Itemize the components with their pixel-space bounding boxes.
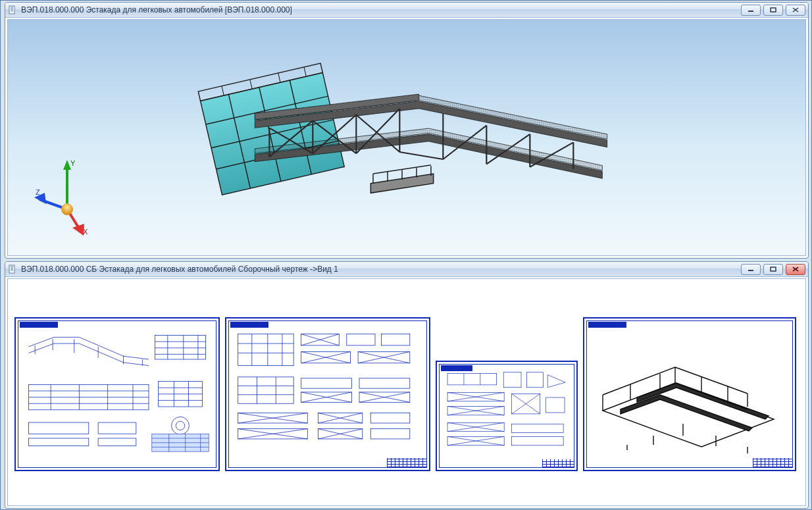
svg-rect-2 <box>771 8 776 12</box>
mdi-child-3d-model: ВЭП.018.000.000 Эстакада для легковых ав… <box>5 2 809 259</box>
minimize-button[interactable] <box>741 264 761 275</box>
document-icon <box>8 5 17 14</box>
maximize-button[interactable] <box>763 5 783 16</box>
drawing-sheet-1[interactable] <box>14 317 220 471</box>
svg-rect-54 <box>512 424 563 432</box>
app-workspace: ВЭП.018.000.000 Эстакада для легковых ав… <box>0 0 812 510</box>
close-button[interactable] <box>786 264 805 275</box>
title-block <box>387 458 426 467</box>
svg-rect-46 <box>447 374 497 385</box>
model-3d-estakada <box>192 46 626 243</box>
title-block <box>753 458 792 467</box>
drawing-sheet-4[interactable] <box>583 317 796 471</box>
axis-y-label: Y <box>70 159 76 167</box>
svg-rect-26 <box>29 422 89 434</box>
svg-rect-48 <box>527 372 544 388</box>
svg-rect-45 <box>370 429 410 439</box>
window-title-3d: ВЭП.018.000.000 Эстакада для легковых ав… <box>21 5 737 14</box>
window-title-drawing: ВЭП.018.000.000 СБ Эстакада для легковых… <box>21 265 737 274</box>
svg-rect-20 <box>771 267 776 271</box>
minimize-button[interactable] <box>741 5 761 16</box>
svg-rect-31 <box>347 334 375 345</box>
mdi-child-drawing: ВЭП.018.000.000 СБ Эстакада для легковых… <box>5 261 809 509</box>
drawing-sheet-3[interactable] <box>436 361 578 471</box>
coordinate-triad-icon: Y Z X <box>34 157 107 236</box>
viewport-3d[interactable]: Y Z X <box>7 19 806 256</box>
titlebar-3d[interactable]: ВЭП.018.000.000 Эстакада для легковых ав… <box>5 3 808 18</box>
svg-rect-35 <box>238 377 293 403</box>
svg-rect-37 <box>359 378 410 388</box>
close-button[interactable] <box>786 5 805 16</box>
svg-rect-29 <box>238 334 293 366</box>
title-block <box>542 459 574 467</box>
svg-rect-27 <box>29 438 89 446</box>
svg-point-25 <box>176 421 184 430</box>
drawing-sheet-2[interactable] <box>225 317 430 471</box>
axis-x-label: X <box>83 228 88 236</box>
svg-rect-55 <box>512 436 563 445</box>
document-icon <box>8 265 17 274</box>
svg-point-9 <box>61 203 73 215</box>
svg-point-24 <box>172 417 190 434</box>
viewport-drawing[interactable] <box>7 278 806 506</box>
titlebar-drawing[interactable]: ВЭП.018.000.000 СБ Эстакада для легковых… <box>5 262 808 277</box>
axis-z-label: Z <box>36 188 40 196</box>
maximize-button[interactable] <box>763 264 783 275</box>
svg-rect-44 <box>370 413 410 423</box>
svg-rect-36 <box>301 378 352 388</box>
svg-rect-32 <box>382 334 410 345</box>
svg-rect-47 <box>503 372 521 388</box>
